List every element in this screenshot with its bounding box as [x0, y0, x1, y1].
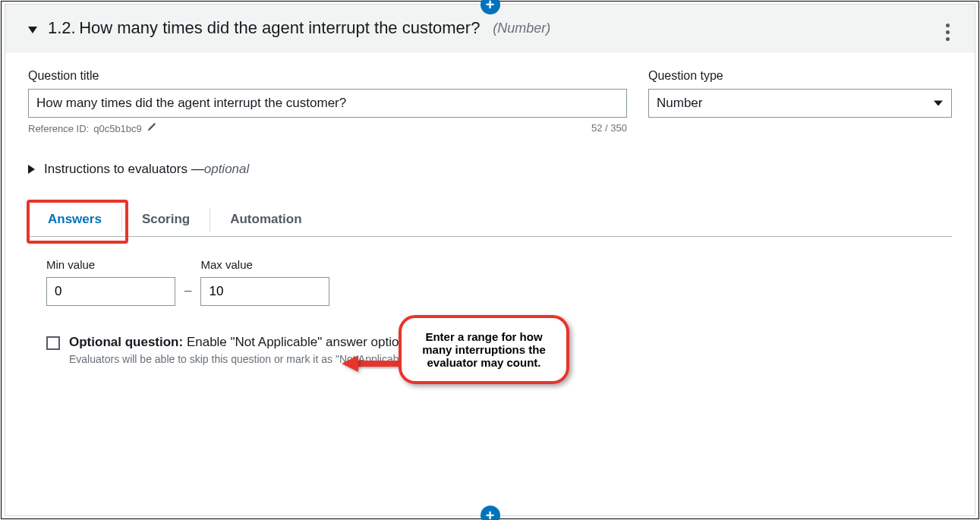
tab-answers[interactable]: Answers: [28, 204, 121, 236]
question-title-input[interactable]: [28, 89, 627, 118]
question-type-select[interactable]: Number: [648, 89, 952, 118]
chevron-down-icon: [934, 101, 943, 106]
min-value-label: Min value: [46, 258, 175, 271]
question-number: 1.2.: [48, 18, 76, 38]
question-card: + 1.2. How many times did the agent inte…: [5, 4, 975, 516]
more-actions-button[interactable]: [940, 21, 955, 43]
question-title-heading: How many times did the agent interrupt t…: [79, 18, 480, 38]
chevron-right-icon: [28, 165, 35, 174]
max-value-label: Max value: [200, 258, 329, 271]
reference-id: Reference ID: q0c5b1bc9: [28, 122, 156, 134]
annotation-callout: Enter a range for how many interruptions…: [399, 315, 569, 384]
question-type-label: Question type: [648, 69, 952, 83]
tab-scoring[interactable]: Scoring: [122, 204, 210, 236]
question-type-badge: (Number): [493, 20, 550, 36]
plus-icon: +: [486, 0, 495, 14]
instructions-toggle[interactable]: Instructions to evaluators — optional: [28, 162, 952, 177]
optional-question-checkbox[interactable]: [46, 336, 60, 350]
add-below-button[interactable]: +: [481, 506, 500, 520]
tab-automation[interactable]: Automation: [210, 204, 321, 236]
plus-icon: +: [486, 507, 495, 521]
instructions-label: Instructions to evaluators —: [44, 162, 204, 177]
kebab-icon: [946, 24, 950, 27]
edit-reference-icon[interactable]: [147, 122, 156, 134]
question-title-label: Question title: [28, 69, 627, 83]
chevron-down-icon: [28, 27, 37, 33]
range-dash: –: [175, 283, 200, 306]
instructions-optional: optional: [204, 162, 250, 177]
tabs: Answers Scoring Automation: [28, 204, 952, 237]
optional-question-label: Optional question: Enable "Not Applicabl…: [69, 335, 411, 350]
min-value-input[interactable]: [46, 277, 175, 306]
annotation-arrow: [342, 355, 402, 372]
char-count: 52 / 350: [591, 122, 627, 134]
max-value-input[interactable]: [200, 277, 329, 306]
